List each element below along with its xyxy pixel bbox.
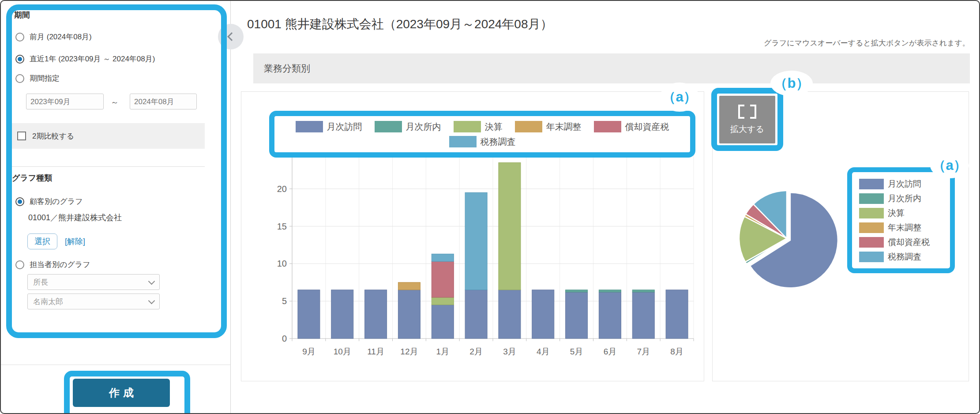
legend-label: 年末調整 [546, 121, 582, 133]
hover-hint-text: グラフにマウスオーバーすると拡大ボタンが表示されます。 [764, 38, 970, 48]
radio-prev-month-label: 前月 (2024年08月) [30, 32, 92, 42]
legend-item[interactable]: 税務調査 [859, 251, 950, 263]
axis-tick-label: 5月 [570, 347, 583, 356]
radio-custom-period-label: 期間指定 [30, 73, 60, 83]
compare-checkbox[interactable] [17, 132, 26, 140]
legend-label: 決算 [485, 121, 503, 133]
callout-tag-b-expand: （b） [770, 71, 813, 96]
axis-tick-label: 10月 [334, 347, 351, 356]
staff-name-select[interactable]: 名南太郎 [27, 294, 160, 309]
sidebar-divider [230, 1, 231, 414]
axis-tick-label: 3月 [503, 347, 516, 356]
legend-label: 税務調査 [888, 251, 921, 263]
legend-swatch [859, 237, 884, 248]
bar-segment [499, 162, 521, 290]
legend-item[interactable]: 決算 [454, 121, 503, 133]
radio-staff-graph-label: 担当者別のグラフ [30, 260, 90, 270]
chevron-down-icon [148, 278, 155, 285]
bar-segment [632, 290, 654, 292]
legend-swatch [454, 121, 481, 132]
clear-customer-link[interactable]: [解除] [65, 236, 85, 247]
axis-tick-label: 8月 [670, 347, 683, 356]
legend-label: 月次訪問 [888, 178, 921, 190]
legend-item[interactable]: 月次所内 [859, 193, 950, 204]
create-button[interactable]: 作成 [73, 379, 170, 407]
radio-recent-year[interactable]: 直近1年 (2023年09月 ～ 2024年08月) [15, 54, 155, 64]
legend-item[interactable]: 税務調査 [449, 136, 516, 148]
bar-segment [365, 290, 387, 339]
axis-tick-label: 6月 [604, 347, 617, 356]
legend-swatch [449, 136, 477, 147]
legend-item[interactable]: 年末調整 [515, 121, 582, 133]
legend-swatch [859, 179, 884, 189]
radio-icon [15, 74, 24, 83]
bar-legend-callout-highlight: 月次訪問月次所内決算年末調整償却資産税 税務調査 [269, 111, 695, 158]
sidebar-bottom-divider [1, 365, 230, 365]
sidebar: 期間 前月 (2024年08月) 直近1年 (2023年09月 ～ 2024年0… [1, 1, 230, 414]
expand-button[interactable]: 拡大する [719, 96, 775, 143]
bar-segment [331, 290, 353, 339]
axis-tick-label: 10 [277, 259, 287, 268]
period-from-input[interactable] [26, 94, 104, 109]
section-band-label: 業務分類別 [264, 62, 310, 75]
compare-checkbox-row[interactable]: 2期比較する [12, 123, 205, 149]
staff-role-select[interactable]: 所長 [27, 274, 160, 290]
pie-legend-callout-highlight: 月次訪問月次所内決算年末調整償却資産税税務調査 [847, 167, 955, 273]
radio-customer-graph-label: 顧客別のグラフ [30, 196, 83, 207]
axis-tick-label: 2月 [469, 347, 483, 356]
legend-label: 月次所内 [406, 121, 441, 133]
graph-type-section-title: グラフ種類 [12, 173, 52, 183]
axis-tick-label: 15 [277, 222, 287, 231]
legend-item[interactable]: 年末調整 [859, 222, 950, 233]
legend-swatch [859, 252, 884, 262]
bar-legend-row: 月次訪問月次所内決算年末調整償却資産税 [274, 121, 690, 133]
period-to-input[interactable] [130, 94, 197, 109]
legend-item[interactable]: 償却資産税 [859, 237, 950, 248]
legend-label: 月次訪問 [327, 121, 362, 133]
bar-segment [432, 254, 454, 261]
axis-tick-label: 12月 [400, 347, 418, 356]
radio-recent-year-label: 直近1年 (2023年09月 ～ 2024年08月) [30, 54, 155, 64]
axis-tick-label: 0 [282, 334, 287, 343]
bar-segment [599, 290, 621, 292]
legend-item[interactable]: 決算 [859, 207, 950, 219]
legend-swatch [375, 121, 402, 132]
axis-tick-label: 1月 [436, 347, 449, 356]
period-range-separator: ～ [111, 97, 119, 108]
radio-staff-graph[interactable]: 担当者別のグラフ [15, 260, 90, 270]
legend-item[interactable]: 月次所内 [375, 121, 441, 133]
axis-tick-label: 20 [277, 184, 287, 194]
section-divider [12, 166, 205, 167]
bar-segment [499, 290, 521, 339]
legend-swatch [859, 208, 884, 218]
graph-creation-page: 期間 前月 (2024年08月) 直近1年 (2023年09月 ～ 2024年0… [0, 0, 980, 414]
radio-prev-month[interactable]: 前月 (2024年08月) [15, 32, 92, 42]
radio-customer-graph[interactable]: 顧客別のグラフ [15, 196, 83, 207]
axis-tick-label: 11月 [367, 347, 384, 356]
pie-chart-slices [739, 191, 838, 288]
select-customer-button[interactable]: 選択 [27, 233, 57, 249]
radio-icon [15, 197, 24, 206]
legend-swatch [515, 121, 542, 132]
radio-icon [15, 55, 24, 64]
period-section-title: 期間 [14, 10, 30, 20]
legend-item[interactable]: 月次訪問 [859, 178, 950, 190]
staff-role-value: 所長 [33, 277, 48, 287]
bar-segment [432, 305, 454, 339]
legend-swatch [859, 193, 884, 204]
axis-tick-label: 4月 [537, 347, 550, 356]
bar-segment [566, 292, 588, 339]
bar-segment [465, 290, 487, 339]
axis-tick-label: 7月 [637, 347, 650, 356]
expand-button-label: 拡大する [730, 124, 764, 135]
axis-tick-label: 5 [282, 296, 287, 306]
legend-label: 月次所内 [888, 193, 921, 204]
bar-segment [398, 290, 420, 339]
collapse-sidebar-button[interactable] [218, 24, 244, 49]
bar-segment [432, 297, 454, 305]
radio-custom-period[interactable]: 期間指定 [15, 73, 60, 83]
legend-item[interactable]: 月次訪問 [296, 121, 362, 133]
chevron-left-icon [227, 32, 236, 41]
legend-item[interactable]: 償却資産税 [594, 121, 669, 133]
bar-segment [465, 192, 487, 290]
